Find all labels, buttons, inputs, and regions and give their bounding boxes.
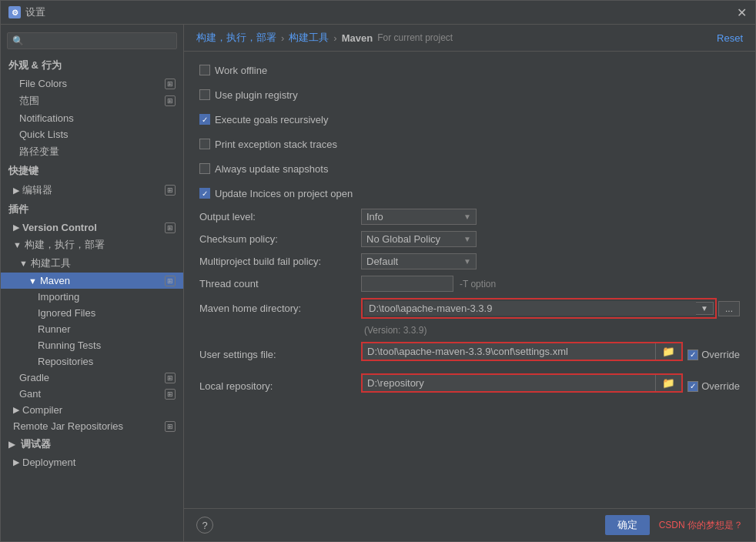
local-repo-browse-btn[interactable]: 📁 [655, 375, 681, 391]
checkbox-print-exception: Print exception stack traces [199, 135, 740, 153]
help-button[interactable]: ? [196, 517, 213, 534]
thread-count-input[interactable] [361, 276, 453, 292]
checkbox-update-indices: Update Incices on project open [199, 184, 740, 202]
sidebar-section-debugger: ▶ 调试器 [1, 434, 183, 454]
bottom-bar: ? 确定 CSDN 你的梦想是？ [184, 508, 755, 541]
breadcrumb-project: For current project [377, 32, 453, 43]
checkbox-execute-goals: Execute goals recursively [199, 110, 740, 129]
always-update-checkbox[interactable] [199, 163, 210, 174]
sidebar-item-maven[interactable]: ▼ Maven ⊞ [1, 273, 183, 289]
local-repo-row: Local repository: 📁 Override [199, 373, 740, 399]
ext-icon: ⊞ [165, 222, 176, 233]
user-settings-container: 📁 [361, 342, 683, 361]
maven-home-input[interactable] [364, 301, 696, 316]
checkbox-work-offline: Work offline [199, 61, 740, 79]
sidebar-item-version-control[interactable]: ▶ Version Control ⊞ [1, 219, 183, 236]
sidebar-item-notifications[interactable]: Notifications [1, 110, 183, 126]
sidebar-item-file-colors[interactable]: File Colors ⊞ [1, 75, 183, 92]
checksum-policy-label: Checksum policy: [199, 233, 361, 245]
plugin-registry-label: Use plugin registry [215, 89, 298, 101]
checksum-policy-dropdown[interactable]: No Global Policy ▼ [361, 231, 477, 247]
main-content: Work offline Use plugin registry Execute… [184, 52, 755, 508]
ext-icon: ⊞ [165, 95, 176, 106]
right-panel: 构建，执行，部署 › 构建工具 › Maven For current proj… [184, 25, 755, 541]
local-repo-override-label: Override [701, 380, 740, 392]
sidebar-item-editor[interactable]: ▶ 编辑器 ⊞ [1, 181, 183, 199]
sidebar-item-build-deploy[interactable]: ▼ 构建，执行，部署 [1, 236, 183, 254]
local-repo-override-checkbox[interactable] [687, 381, 698, 392]
checkbox-always-update: Always update snapshots [199, 159, 740, 178]
checksum-policy-row: Checksum policy: No Global Policy ▼ [199, 231, 740, 247]
breadcrumb-maven: Maven [342, 32, 373, 44]
update-indices-checkbox[interactable] [199, 188, 210, 199]
breadcrumb-build-tools[interactable]: 构建工具 [289, 31, 329, 45]
local-repo-override: Override [687, 380, 740, 392]
print-exception-label: Print exception stack traces [215, 139, 337, 150]
work-offline-label: Work offline [215, 65, 267, 76]
sidebar-item-gradle[interactable]: Gradle ⊞ [1, 370, 183, 386]
search-input[interactable] [27, 35, 172, 46]
output-level-row: Output level: Info ▼ [199, 209, 740, 225]
sidebar-section-appearance: 外观 & 行为 [1, 55, 183, 75]
ext-icon: ⊞ [165, 79, 176, 89]
execute-goals-checkbox[interactable] [199, 114, 210, 125]
ext-icon: ⊞ [165, 389, 176, 400]
search-icon: 🔍 [12, 35, 24, 46]
thread-count-label: Thread count [199, 278, 361, 289]
t-option-hint: -T option [460, 279, 496, 289]
always-update-label: Always update snapshots [215, 163, 328, 175]
local-repo-container: 📁 [361, 373, 683, 393]
dropdown-arrow: ▼ [463, 257, 471, 266]
maven-version-note: (Version: 3.3.9) [364, 325, 740, 336]
csdn-watermark: CSDN 你的梦想是？ [659, 519, 743, 532]
local-repo-input[interactable] [363, 375, 655, 391]
reset-button[interactable]: Reset [717, 32, 743, 44]
user-settings-row: User settings file: 📁 Override [199, 342, 740, 367]
maven-home-browse-btn[interactable]: ... [718, 301, 740, 316]
user-settings-override-checkbox[interactable] [687, 350, 698, 360]
sidebar-item-gant[interactable]: Gant ⊞ [1, 386, 183, 402]
dropdown-arrow: ▼ [463, 212, 471, 221]
sidebar-item-scope[interactable]: 范围 ⊞ [1, 92, 183, 110]
dropdown-arrow: ▼ [463, 235, 471, 243]
plugin-registry-checkbox[interactable] [199, 89, 210, 100]
sidebar-item-deployment[interactable]: ▶ Deployment [1, 454, 183, 470]
sidebar-item-ignored-files[interactable]: Ignored Files [1, 305, 183, 321]
sidebar-item-quick-lists[interactable]: Quick Lists [1, 126, 183, 142]
output-level-label: Output level: [199, 211, 361, 222]
close-button[interactable]: ✕ [735, 6, 748, 18]
thread-count-row: Thread count -T option [199, 276, 740, 292]
confirm-button[interactable]: 确定 [605, 515, 650, 535]
work-offline-checkbox[interactable] [199, 65, 210, 75]
ext-icon: ⊞ [165, 185, 176, 196]
sidebar-item-remote-jar[interactable]: Remote Jar Repositories ⊞ [1, 418, 183, 434]
action-buttons: 确定 CSDN 你的梦想是？ [605, 515, 743, 535]
sidebar-item-compiler[interactable]: ▶ Compiler [1, 402, 183, 418]
output-level-dropdown[interactable]: Info ▼ [361, 209, 477, 225]
execute-goals-label: Execute goals recursively [215, 114, 328, 125]
maven-home-dropdown-btn[interactable]: ▼ [696, 302, 714, 315]
multiproject-policy-dropdown[interactable]: Default ▼ [361, 253, 477, 269]
sidebar-section-plugins: 插件 [1, 199, 183, 219]
user-settings-override-label: Override [701, 349, 740, 360]
sidebar-item-repositories[interactable]: Repositories [1, 353, 183, 370]
maven-home-row: Maven home directory: ▼ ... [199, 298, 740, 319]
search-box[interactable]: 🔍 [7, 32, 177, 49]
user-settings-browse-btn[interactable]: 📁 [655, 343, 681, 360]
settings-dialog: ⚙ 设置 ✕ 🔍 外观 & 行为 File Colors ⊞ 范围 ⊞ [0, 0, 756, 542]
content-area: 🔍 外观 & 行为 File Colors ⊞ 范围 ⊞ Notificatio… [1, 25, 755, 541]
maven-home-container: ▼ [361, 298, 717, 319]
title-bar: ⚙ 设置 ✕ [1, 1, 755, 25]
sidebar-item-path-vars[interactable]: 路径变量 [1, 142, 183, 161]
sidebar-item-build-tools[interactable]: ▼ 构建工具 [1, 254, 183, 273]
print-exception-checkbox[interactable] [199, 139, 210, 149]
update-indices-label: Update Incices on project open [215, 188, 353, 199]
checkbox-plugin-registry: Use plugin registry [199, 85, 740, 104]
user-settings-input[interactable] [363, 343, 655, 360]
sidebar-item-running-tests[interactable]: Running Tests [1, 337, 183, 353]
breadcrumb-build[interactable]: 构建，执行，部署 [196, 31, 276, 45]
maven-home-label: Maven home directory: [199, 303, 361, 314]
sidebar-item-importing[interactable]: Importing [1, 289, 183, 305]
sidebar-item-runner[interactable]: Runner [1, 321, 183, 337]
dialog-icon: ⚙ [8, 6, 21, 18]
